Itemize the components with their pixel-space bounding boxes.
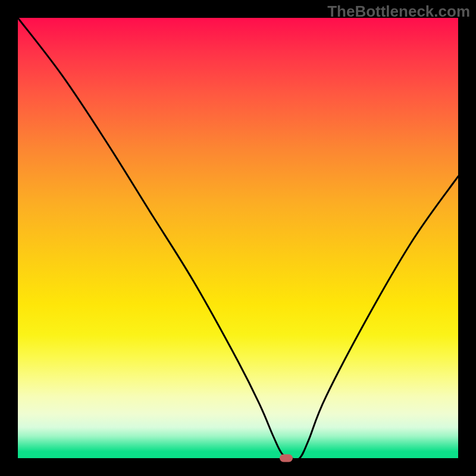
- watermark-text: TheBottleneck.com: [327, 2, 470, 21]
- chart-frame: TheBottleneck.com: [0, 0, 476, 476]
- gradient-background: [18, 18, 458, 458]
- optimal-point-marker: [280, 455, 293, 462]
